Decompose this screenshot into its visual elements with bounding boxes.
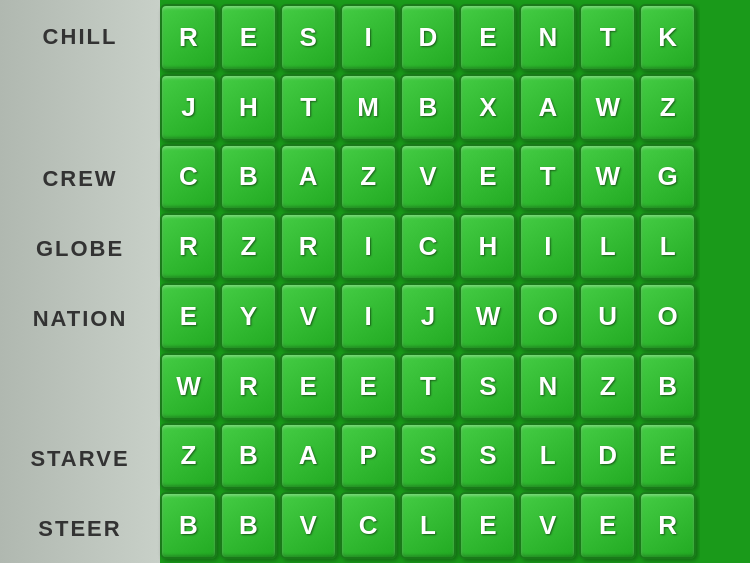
tile-r3-c4[interactable]: Z xyxy=(340,144,397,211)
tile-r1-c2[interactable]: E xyxy=(220,4,277,71)
tile-r6-c9[interactable]: B xyxy=(639,353,696,420)
tile-r4-c7[interactable]: I xyxy=(519,213,576,280)
tile-r5-c6[interactable]: W xyxy=(459,283,516,350)
tile-r6-c3[interactable]: E xyxy=(280,353,337,420)
tile-r2-c4[interactable]: M xyxy=(340,74,397,141)
tile-r7-c9[interactable]: E xyxy=(639,423,696,490)
tile-r2-c3[interactable]: T xyxy=(280,74,337,141)
tile-r1-c6[interactable]: E xyxy=(459,4,516,71)
tile-r6-c4[interactable]: E xyxy=(340,353,397,420)
tile-r1-c5[interactable]: D xyxy=(400,4,457,71)
tile-r7-c2[interactable]: B xyxy=(220,423,277,490)
tile-r7-c1[interactable]: Z xyxy=(160,423,217,490)
tile-r5-c7[interactable]: O xyxy=(519,283,576,350)
tile-r6-c1[interactable]: W xyxy=(160,353,217,420)
grid-row-8: BBVCLEVER xyxy=(160,492,696,559)
tile-r2-c2[interactable]: H xyxy=(220,74,277,141)
label-empty1 xyxy=(0,74,160,144)
grid-row-5: EYVIJWOUO xyxy=(160,283,696,350)
tile-r5-c2[interactable]: Y xyxy=(220,283,277,350)
tile-r3-c1[interactable]: C xyxy=(160,144,217,211)
tile-r6-c8[interactable]: Z xyxy=(579,353,636,420)
tile-r8-c5[interactable]: L xyxy=(400,492,457,559)
tile-r2-c8[interactable]: W xyxy=(579,74,636,141)
tile-r8-c2[interactable]: B xyxy=(220,492,277,559)
tile-r8-c4[interactable]: C xyxy=(340,492,397,559)
tile-r2-c5[interactable]: B xyxy=(400,74,457,141)
tile-r5-c9[interactable]: O xyxy=(639,283,696,350)
tile-r2-c9[interactable]: Z xyxy=(639,74,696,141)
tile-r8-c8[interactable]: E xyxy=(579,492,636,559)
tile-r3-c5[interactable]: V xyxy=(400,144,457,211)
label-starve: STARVE xyxy=(0,424,160,494)
label-globe: GLOBE xyxy=(0,214,160,284)
tile-r4-c3[interactable]: R xyxy=(280,213,337,280)
tile-r8-c1[interactable]: B xyxy=(160,492,217,559)
tile-r8-c6[interactable]: E xyxy=(459,492,516,559)
tile-r7-c5[interactable]: S xyxy=(400,423,457,490)
letter-grid: RESIDENTKJHTMBXAWZCBAZVETWGRZRICHILLEYVI… xyxy=(160,0,700,563)
label-crew: CREW xyxy=(0,144,160,214)
tile-r5-c4[interactable]: I xyxy=(340,283,397,350)
label-chill: CHILL xyxy=(0,0,160,74)
tile-r3-c3[interactable]: A xyxy=(280,144,337,211)
tile-r1-c9[interactable]: K xyxy=(639,4,696,71)
tile-r3-c8[interactable]: W xyxy=(579,144,636,211)
tile-r4-c1[interactable]: R xyxy=(160,213,217,280)
tile-r5-c5[interactable]: J xyxy=(400,283,457,350)
tile-r7-c7[interactable]: L xyxy=(519,423,576,490)
tile-r1-c3[interactable]: S xyxy=(280,4,337,71)
grid-row-7: ZBAPSSLDE xyxy=(160,423,696,490)
tile-r7-c6[interactable]: S xyxy=(459,423,516,490)
tile-r6-c6[interactable]: S xyxy=(459,353,516,420)
tile-r2-c7[interactable]: A xyxy=(519,74,576,141)
tile-r7-c8[interactable]: D xyxy=(579,423,636,490)
tile-r4-c5[interactable]: C xyxy=(400,213,457,280)
tile-r6-c7[interactable]: N xyxy=(519,353,576,420)
tile-r1-c7[interactable]: N xyxy=(519,4,576,71)
tile-r3-c7[interactable]: T xyxy=(519,144,576,211)
tile-r3-c6[interactable]: E xyxy=(459,144,516,211)
tile-r1-c4[interactable]: I xyxy=(340,4,397,71)
tile-r5-c3[interactable]: V xyxy=(280,283,337,350)
tile-r4-c9[interactable]: L xyxy=(639,213,696,280)
tile-r8-c9[interactable]: R xyxy=(639,492,696,559)
tile-r3-c9[interactable]: G xyxy=(639,144,696,211)
tile-r2-c6[interactable]: X xyxy=(459,74,516,141)
right-panel xyxy=(700,0,750,563)
left-panel: CHILL CREW GLOBE NATION STARVE STEER xyxy=(0,0,160,563)
label-steer: STEER xyxy=(0,494,160,563)
tile-r7-c3[interactable]: A xyxy=(280,423,337,490)
tile-r4-c8[interactable]: L xyxy=(579,213,636,280)
tile-r6-c2[interactable]: R xyxy=(220,353,277,420)
tile-r2-c1[interactable]: J xyxy=(160,74,217,141)
label-empty2 xyxy=(0,354,160,424)
tile-r8-c7[interactable]: V xyxy=(519,492,576,559)
grid-row-6: WREETSNZB xyxy=(160,353,696,420)
tile-r7-c4[interactable]: P xyxy=(340,423,397,490)
tile-r5-c1[interactable]: E xyxy=(160,283,217,350)
tile-r6-c5[interactable]: T xyxy=(400,353,457,420)
tile-r4-c6[interactable]: H xyxy=(459,213,516,280)
grid-row-3: CBAZVETWG xyxy=(160,144,696,211)
tile-r8-c3[interactable]: V xyxy=(280,492,337,559)
grid-row-4: RZRICHILL xyxy=(160,213,696,280)
tile-r5-c8[interactable]: U xyxy=(579,283,636,350)
tile-r1-c8[interactable]: T xyxy=(579,4,636,71)
tile-r3-c2[interactable]: B xyxy=(220,144,277,211)
tile-r4-c4[interactable]: I xyxy=(340,213,397,280)
tile-r1-c1[interactable]: R xyxy=(160,4,217,71)
grid-row-1: RESIDENTK xyxy=(160,4,696,71)
grid-row-2: JHTMBXAWZ xyxy=(160,74,696,141)
label-nation: NATION xyxy=(0,284,160,354)
tile-r4-c2[interactable]: Z xyxy=(220,213,277,280)
